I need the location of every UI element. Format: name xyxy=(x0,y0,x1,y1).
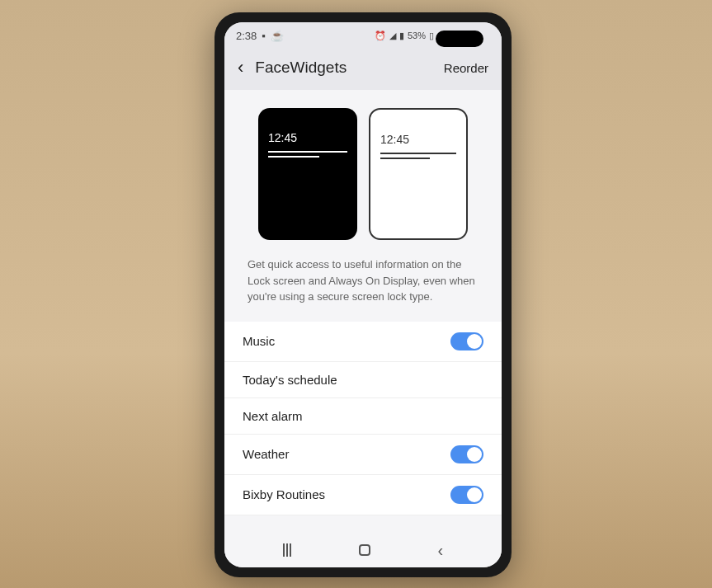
reorder-button[interactable]: Reorder xyxy=(444,61,488,75)
settings-list: Music Today's schedule Next alarm Weathe… xyxy=(224,322,502,515)
preview-bar xyxy=(380,158,430,159)
setting-item-bixby[interactable]: Bixby Routines xyxy=(224,475,502,515)
preview-time-light: 12:45 xyxy=(380,133,456,146)
toggle-weather[interactable] xyxy=(450,445,483,463)
preview-section: 12:45 12:45 xyxy=(224,90,502,255)
nav-recents-icon[interactable] xyxy=(283,543,291,557)
nav-home-icon[interactable] xyxy=(359,544,370,556)
page-title: FaceWidgets xyxy=(255,59,431,77)
notification-icon: ▪ xyxy=(262,30,266,42)
description-text: Get quick access to useful information o… xyxy=(224,255,502,322)
notification-icon-2: ☕ xyxy=(271,30,284,42)
setting-item-weather[interactable]: Weather xyxy=(224,435,502,475)
setting-item-schedule[interactable]: Today's schedule xyxy=(224,362,502,398)
setting-label: Weather xyxy=(243,447,289,461)
navigation-bar: ‹ xyxy=(224,533,502,567)
signal-icon: ▮ xyxy=(399,31,404,41)
preview-bar xyxy=(268,156,319,158)
setting-label: Next alarm xyxy=(243,409,303,423)
preview-dark-mode: 12:45 xyxy=(258,108,357,240)
preview-time-dark: 12:45 xyxy=(268,131,347,144)
status-time: 2:38 xyxy=(236,30,257,42)
camera-cutout xyxy=(436,31,483,47)
toggle-music[interactable] xyxy=(450,332,483,350)
preview-light-mode: 12:45 xyxy=(369,108,468,240)
phone-frame: 2:38 ▪ ☕ ⏰ ◢ ▮ 53% ▯ ‹ FaceWidgets Reord… xyxy=(215,12,512,577)
toggle-bixby[interactable] xyxy=(450,486,483,504)
phone-screen: 2:38 ▪ ☕ ⏰ ◢ ▮ 53% ▯ ‹ FaceWidgets Reord… xyxy=(224,22,502,567)
content-area: 12:45 12:45 Get quick access to useful i… xyxy=(224,90,502,533)
alarm-icon: ⏰ xyxy=(375,31,386,41)
preview-bar xyxy=(268,151,347,153)
setting-item-music[interactable]: Music xyxy=(224,322,502,362)
app-header: ‹ FaceWidgets Reorder xyxy=(224,49,502,90)
setting-label: Today's schedule xyxy=(243,373,337,387)
battery-percent: 53% xyxy=(408,31,426,40)
preview-bar xyxy=(380,153,456,154)
back-icon[interactable]: ‹ xyxy=(238,57,243,78)
wifi-icon: ◢ xyxy=(389,31,396,41)
setting-label: Bixby Routines xyxy=(243,487,325,501)
setting-item-alarm[interactable]: Next alarm xyxy=(224,398,502,435)
setting-label: Music xyxy=(243,334,275,348)
battery-icon: ▯ xyxy=(429,31,434,41)
nav-back-icon[interactable]: ‹ xyxy=(437,541,443,560)
